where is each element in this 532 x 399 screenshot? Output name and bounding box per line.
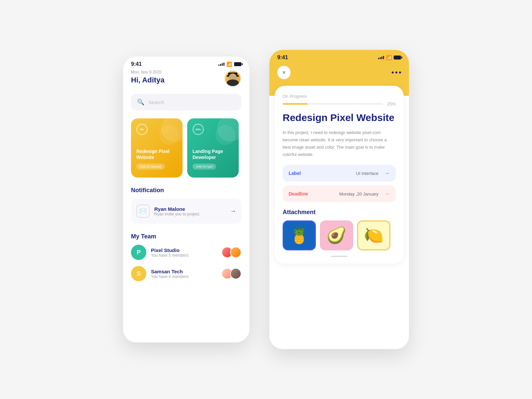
wifi-icon: 📶 — [226, 62, 232, 67]
close-button[interactable]: × — [277, 66, 291, 79]
right-time: 9:41 — [277, 55, 288, 61]
project-title-green: Landing Page Deweloper — [193, 148, 233, 160]
date-label: Mon, Nov 9 2020 — [131, 70, 165, 74]
avocado-icon: 🥑 — [321, 221, 352, 249]
team-faces-pixel — [221, 247, 241, 258]
team-info-samsan: Samsan Tech You have 4 members — [151, 269, 217, 279]
project-title-detail: Redesign Pixel Website — [283, 112, 396, 124]
attachment-title: Attachment — [283, 209, 396, 216]
left-status-bar: 9:41 📶 — [123, 57, 249, 70]
project-detail-card: On Progress 25% Redesign Pixel Website I… — [275, 86, 404, 264]
dot-2 — [395, 71, 397, 73]
notif-sender: Ryan Malone — [154, 206, 225, 212]
project-date-green: Until 02 April — [193, 164, 216, 170]
search-icon: 🔍 — [137, 98, 144, 106]
project-card-green[interactable]: 25% Landing Page Deweloper Until 02 Apri… — [187, 118, 239, 178]
lemon-icon: 🍋 — [358, 221, 389, 249]
attachments-row: 🍍 🥑 🍋 — [283, 220, 396, 250]
progress-row: 25% — [283, 101, 396, 106]
progress-bar-fill — [283, 103, 308, 105]
team-members-pixel: You have 5 members — [151, 253, 217, 258]
label-key: Label — [289, 171, 353, 176]
right-wifi-icon: 📶 — [386, 55, 392, 60]
header-row: Mon, Nov 9 2020 Hi, Aditya — [131, 70, 241, 87]
notif-arrow-icon[interactable]: → — [230, 208, 236, 215]
notification-section-title: Notification — [131, 187, 241, 194]
header-text: Mon, Nov 9 2020 Hi, Aditya — [131, 70, 165, 84]
team-faces-samsan — [221, 268, 241, 279]
notification-text: Ryan Malone Ryan invite you to project. — [154, 206, 225, 216]
team-name-samsan: Samsan Tech — [151, 269, 217, 274]
notification-card[interactable]: ✉️ Ryan Malone Ryan invite you to projec… — [131, 199, 241, 224]
left-time: 9:41 — [131, 61, 142, 67]
dot-3 — [399, 71, 401, 73]
team-name-pixel: Pixel Studio — [151, 247, 217, 253]
left-phone: 9:41 📶 Mon, Nov 9 2020 Hi, Aditya — [123, 57, 249, 342]
team-members-samsan: You have 4 members — [151, 274, 217, 279]
search-bar[interactable]: 🔍 Search — [131, 94, 241, 110]
team-info-pixel: Pixel Studio You have 5 members — [151, 247, 217, 258]
deadline-arrow-icon: → — [384, 191, 390, 197]
right-status-icons: 📶 — [378, 55, 401, 60]
team-avatar-samsan: S — [131, 266, 146, 281]
scroll-bar — [331, 256, 347, 257]
attachment-pineapple[interactable]: 🍍 — [283, 220, 316, 250]
project-description: In this project, I need to redesign webs… — [283, 129, 396, 158]
battery-icon — [234, 62, 241, 66]
progress-label: On Progress — [283, 94, 396, 99]
search-placeholder: Search — [148, 99, 164, 105]
label-info-card[interactable]: Label UI Interface → — [283, 165, 396, 182]
deadline-value: Monday ,20 January — [339, 192, 378, 197]
label-value: UI Interface — [356, 171, 378, 176]
right-battery-icon — [394, 56, 401, 60]
percent-circle-yellow: 5% — [136, 124, 148, 135]
close-icon: × — [282, 69, 286, 76]
percent-text-yellow: 5% — [140, 128, 144, 131]
left-status-icons: 📶 — [218, 62, 241, 67]
signal-icon — [218, 63, 224, 66]
team-avatar-pixel: P — [131, 245, 146, 260]
deadline-info-card[interactable]: Deadline Monday ,20 January → — [283, 186, 396, 202]
attachment-avocado[interactable]: 🥑 — [320, 220, 353, 250]
attachment-lemon[interactable]: 🍋 — [357, 220, 390, 250]
more-menu[interactable] — [392, 71, 401, 73]
team-item-pixel[interactable]: P Pixel Studio You have 5 members — [131, 245, 241, 260]
right-signal-icon — [378, 56, 384, 59]
face-4 — [230, 268, 241, 279]
project-date-yellow: Until 30 January — [136, 164, 165, 170]
pineapple-icon: 🍍 — [284, 221, 315, 249]
greeting-text: Hi, Aditya — [131, 76, 165, 84]
project-card-yellow[interactable]: 5% Redesign Pixel Website Until 30 Janua… — [131, 118, 183, 178]
percent-circle-green: 25% — [193, 124, 204, 135]
projects-row: 5% Redesign Pixel Website Until 30 Janua… — [131, 118, 241, 178]
scroll-indicator — [283, 256, 396, 257]
face-2 — [230, 247, 241, 258]
progress-percent-label: 25% — [387, 101, 396, 106]
deadline-key: Deadline — [289, 191, 336, 197]
notif-message: Ryan invite you to project. — [154, 212, 225, 216]
right-phone: 9:41 📶 × — [269, 50, 409, 349]
project-title-yellow: Redesign Pixel Website — [136, 148, 177, 160]
avatar[interactable] — [224, 70, 241, 87]
label-arrow-icon: → — [384, 170, 390, 176]
right-status-bar: 9:41 📶 — [277, 55, 401, 61]
header-controls: × — [277, 66, 401, 79]
mail-icon: ✉️ — [136, 204, 150, 218]
progress-bar-container — [283, 103, 383, 105]
dot-1 — [392, 71, 394, 73]
percent-text-green: 25% — [196, 128, 201, 131]
my-team-section-title: My Team — [131, 233, 241, 240]
team-item-samsan[interactable]: S Samsan Tech You have 4 members — [131, 266, 241, 281]
